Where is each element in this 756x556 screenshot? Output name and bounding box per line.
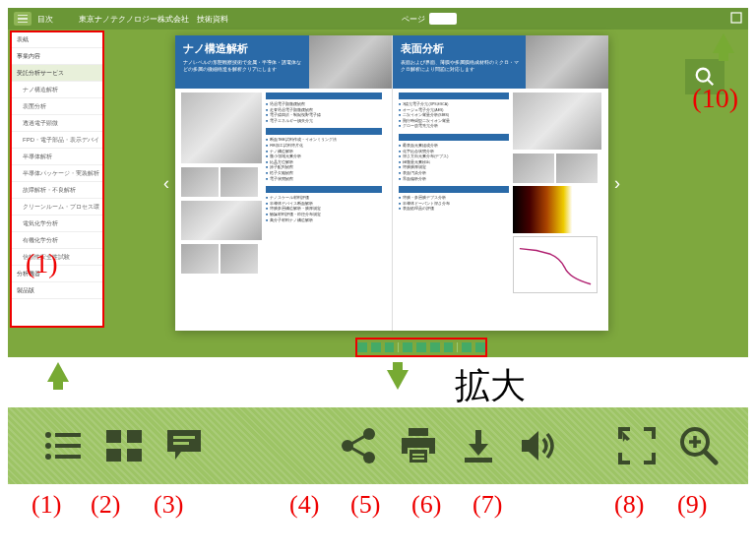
- svg-rect-13: [173, 436, 195, 439]
- zoom-in-icon[interactable]: [679, 424, 719, 467]
- sound-icon[interactable]: [520, 424, 559, 467]
- print-icon[interactable]: [400, 424, 437, 467]
- arrow-up-icon: [47, 362, 69, 382]
- svg-rect-4: [55, 433, 81, 437]
- svg-rect-9: [106, 430, 121, 443]
- svg-point-15: [363, 428, 375, 440]
- viewer-header: 目次 東京ナノテクノロジー株式会社 技術資料 ページ: [8, 8, 748, 30]
- hero-image: [526, 35, 608, 89]
- page-number-input[interactable]: [429, 13, 457, 25]
- annotation-num: (5): [350, 490, 380, 520]
- svg-rect-6: [55, 444, 81, 448]
- left-page-title: ナノ構造解析: [183, 41, 248, 56]
- svg-point-17: [363, 452, 375, 463]
- book-area: ‹ ナノ構造解析 ナノレベルの形態観察技術で金属・半導体・誘電体などの多層の微細…: [126, 35, 658, 331]
- annotation-10: (10): [692, 83, 738, 114]
- sidebar-item[interactable]: 表面分析: [11, 98, 103, 115]
- annotation-num: (9): [677, 490, 707, 520]
- right-page: 表面分析 表面および界面、薄膜や多層膜構成材料のミクロ・マクロ解析により問題に対…: [392, 35, 608, 331]
- content-list: 透過電子顕微鏡観察走査透過電子顕微鏡観察電子線回折・制限視野電子線電子エネルギー…: [266, 102, 382, 124]
- maximize-icon[interactable]: [730, 12, 742, 24]
- annotation-num: (4): [289, 490, 319, 520]
- sample-image: [181, 201, 262, 240]
- sidebar-item[interactable]: クリーンルーム・プロセス環: [11, 199, 103, 216]
- fullscreen-icon[interactable]: [618, 424, 656, 467]
- svg-line-18: [351, 436, 365, 444]
- sidebar-item[interactable]: 透過電子顕微: [11, 115, 103, 132]
- svg-rect-25: [465, 458, 492, 463]
- svg-point-1: [697, 69, 710, 82]
- share-icon[interactable]: [341, 424, 376, 467]
- svg-line-27: [705, 452, 716, 463]
- sidebar-item[interactable]: 半導体解析: [11, 149, 103, 165]
- sidebar-item[interactable]: 故障解析・不良解析: [11, 182, 103, 199]
- left-page: ナノ構造解析 ナノレベルの形態観察技術で金属・半導体・誘電体などの多層の微細構造…: [175, 35, 392, 331]
- arrow-down-icon: [387, 370, 409, 390]
- toc-sidebar[interactable]: 表紙事業内容受託分析サービスナノ構造解析表面分析透過電子顕微FPD・電子部品・表…: [11, 31, 103, 327]
- sidebar-item[interactable]: 有機化学分析: [11, 232, 103, 249]
- svg-point-16: [342, 440, 353, 452]
- hero-image: [309, 35, 392, 89]
- annotation-num: (6): [411, 490, 441, 520]
- sidebar-item[interactable]: 受託分析サービス: [11, 65, 103, 82]
- svg-line-19: [351, 448, 365, 456]
- annotation-num: (1): [32, 490, 61, 520]
- menu-button[interactable]: [14, 12, 32, 26]
- page-label-text: ページ: [402, 14, 425, 25]
- svg-rect-11: [106, 449, 121, 462]
- prev-page-button[interactable]: ‹: [158, 168, 175, 198]
- right-page-title: 表面分析: [401, 41, 444, 56]
- annotation-num: (2): [91, 490, 120, 520]
- arrow-up-icon: [713, 33, 734, 53]
- catalog-viewer: 目次 東京ナノテクノロジー株式会社 技術資料 ページ 表紙事業内容受託分析サービ…: [8, 8, 748, 357]
- svg-rect-10: [127, 430, 142, 443]
- sidebar-item[interactable]: 表紙: [11, 31, 103, 48]
- annotation-num: (3): [154, 490, 183, 520]
- equipment-image: [181, 93, 262, 163]
- menu-label: 目次: [37, 14, 53, 25]
- zoom-annotation: 拡大: [455, 362, 526, 410]
- download-icon[interactable]: [461, 424, 496, 467]
- sidebar-item[interactable]: 半導体パッケージ・実装解析: [11, 165, 103, 182]
- annotation-num: (7): [472, 490, 502, 520]
- svg-point-5: [45, 443, 51, 449]
- sidebar-item[interactable]: 電気化学分析: [11, 216, 103, 232]
- svg-rect-0: [731, 13, 741, 23]
- svg-rect-21: [410, 450, 427, 463]
- thumbnails-icon[interactable]: [106, 424, 142, 467]
- main-toolbar: [8, 407, 748, 484]
- instrument-image: [513, 93, 601, 150]
- sidebar-item[interactable]: 製品版: [11, 282, 103, 299]
- notes-icon[interactable]: [165, 424, 203, 467]
- svg-rect-14: [173, 442, 189, 445]
- mini-toolbar: [357, 340, 485, 355]
- annotation-1: (1): [26, 248, 58, 279]
- svg-rect-24: [475, 430, 481, 446]
- sidebar-item[interactable]: ナノ構造解析: [11, 82, 103, 98]
- svg-point-3: [45, 432, 51, 438]
- sidebar-item[interactable]: 事業内容: [11, 48, 103, 65]
- page-indicator: ページ: [402, 13, 457, 25]
- svg-rect-23: [412, 458, 424, 460]
- annotation-num: (8): [614, 490, 644, 520]
- left-page-subtitle: ナノレベルの形態観察技術で金属・半導体・誘電体などの多層の微細構造を解析クリアに…: [183, 59, 301, 72]
- svg-rect-12: [127, 449, 142, 462]
- svg-point-7: [45, 454, 51, 460]
- svg-rect-22: [412, 454, 424, 456]
- book-spread[interactable]: ナノ構造解析 ナノレベルの形態観察技術で金属・半導体・誘電体などの多層の微細構造…: [175, 35, 608, 331]
- svg-rect-8: [55, 455, 81, 459]
- heatmap-image: [513, 186, 598, 233]
- toc-icon[interactable]: [43, 424, 83, 467]
- right-page-subtitle: 表面および界面、薄膜や多層膜構成材料のミクロ・マクロ解析により問題に対応します: [401, 59, 519, 72]
- document-title: 東京ナノテクノロジー株式会社 技術資料: [79, 14, 228, 25]
- spectrum-chart: [513, 236, 598, 293]
- sidebar-item[interactable]: FPD・電子部品・表示デバイ: [11, 132, 103, 149]
- next-page-button[interactable]: ›: [608, 168, 626, 198]
- svg-rect-20: [409, 428, 428, 436]
